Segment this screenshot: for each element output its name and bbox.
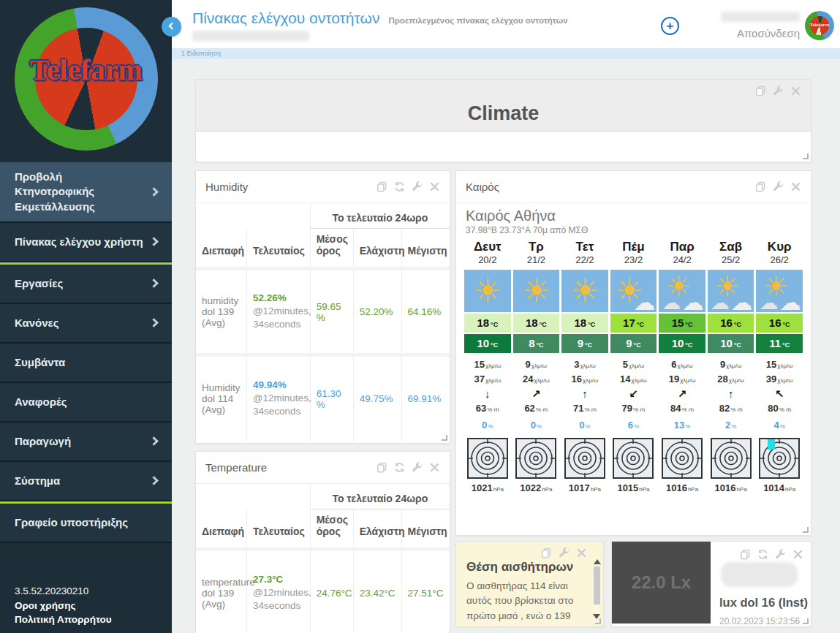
refresh-icon[interactable] [394,181,405,192]
sensor-table: Το τελευταίο 24ωροΔιεπαφήΤελευταίοςΜέσος… [196,484,450,633]
wrench-icon[interactable] [559,547,570,558]
sidebar-item-7[interactable]: Σύστημα [0,462,172,501]
wind-gust: 39χλμ/ω [756,372,803,387]
close-icon[interactable] [576,547,587,558]
low-temperature: 9°C [561,334,608,353]
barometer-icon [662,438,703,479]
close-icon[interactable] [790,181,801,192]
table-group-header: Το τελευταίο 24ωρο [310,484,450,509]
scrollbar-thumb[interactable] [594,566,600,604]
sidebar-item-1[interactable]: Πίνακας ελέγχου χρήστη [0,223,172,262]
sidebar-item-8[interactable]: Γραφείο υποστήριξης [0,504,172,543]
wrench-icon[interactable] [412,181,423,192]
version-label: 3.5.52.20230210 [15,584,112,599]
low-temperature: 8°C [513,334,560,353]
pressure-icon-cell [708,438,754,481]
weather-forecast-grid: Δευτ20/2☀18°C10°C15χλμ/ω37χλμ/ω↓63% rh0%… [456,240,811,496]
refresh-icon[interactable] [394,462,405,473]
copy-icon[interactable] [755,86,766,96]
notification-bar[interactable]: 1 Ειδοποίηση [172,48,840,59]
resize-handle[interactable] [803,527,809,533]
close-icon[interactable] [429,181,440,192]
cyan-highlight [768,439,775,450]
barometer-icon [515,438,556,479]
cloud-icon: ☁ [633,292,655,312]
copy-icon[interactable] [541,547,552,558]
close-icon[interactable] [429,462,440,473]
col-max: Μέγιστη [401,509,450,550]
wind-direction-arrow-icon: ↗ [659,387,705,401]
sidebar: Telefarm Προβολή Κτηνοτροφικής Εκμετάλλε… [0,0,172,633]
wrench-icon[interactable] [773,86,784,96]
cell-max: 64.16% [401,269,450,355]
climate-panel-body [196,131,811,162]
barometer-icon [613,438,654,479]
sidebar-item-4[interactable]: Συμβάντα [0,344,172,383]
lux-value-tile: 22.0 Lx [612,542,711,623]
col-avg: Μέσος όρος [310,229,353,269]
cell-min: 49.75% [353,355,401,441]
forecast-day-name: Πέμ [610,240,657,254]
forecast-day-name: Δευτ [464,240,511,254]
copy-icon[interactable] [377,181,387,192]
sidebar-item-label: Συμβάντα [15,355,65,370]
resize-handle[interactable] [595,618,601,624]
sidebar-item-5[interactable]: Αναφορές [0,383,172,422]
close-icon[interactable] [790,86,801,96]
col-interface: Διεπαφή [196,509,246,550]
resize-handle[interactable] [442,435,447,441]
precipitation-probability: 6% [610,420,657,431]
forecast-day-name: Κυρ [756,240,803,254]
col-last: Τελευταίος [246,229,310,269]
humidity-panel: Humidity Το τελευταίο 24ωροΔιεπαφήΤελευτ… [195,170,450,444]
resize-handle[interactable] [803,153,809,159]
weather-panel-title: Καιρός [466,181,499,193]
note-scrollbar[interactable] [592,559,602,619]
logout-link[interactable]: Αποσύνδεση [721,27,800,39]
sidebar-item-2[interactable]: Εργασίες [0,265,172,304]
refresh-icon[interactable] [757,549,768,560]
note-text: Ο αισθητήρας 114 είναι αυτός που βρίσκετ… [466,579,582,627]
sidebar-menu: Προβολή Κτηνοτροφικής ΕκμετάλλευσηςΠίνακ… [0,162,172,543]
terms-link[interactable]: Οροι χρήσης [15,599,112,613]
telefarm-logo: Telefarm [15,7,158,151]
copy-icon[interactable] [755,181,766,192]
chevron-right-icon [149,187,159,197]
forecast-date: 24/2 [659,254,705,265]
sidebar-item-6[interactable]: Παραγωγή [0,422,172,462]
sun-icon: ☀ [464,271,511,311]
wrench-icon[interactable] [775,549,786,560]
copy-icon[interactable] [377,462,387,473]
sun-icon: ☀ [513,271,560,311]
high-temperature: 17°C [610,314,657,333]
precipitation-probability: 0% [561,420,608,431]
sidebar-item-label: Κανόνες [15,316,58,330]
weather-location: Καιρός Αθήνα [466,208,811,224]
sidebar-item-0[interactable]: Προβολή Κτηνοτροφικής Εκμετάλλευσης [0,162,172,223]
barometer-icon [759,438,800,479]
sensor-table: Το τελευταίο 24ωροΔιεπαφήΤελευταίοςΜέσος… [196,203,450,441]
cell-min: 23.42°C [353,550,401,633]
cell-max: 27.51°C [401,550,450,633]
add-dashboard-button[interactable]: + [661,17,679,35]
wind-speed: 9χλμ/ω [708,357,754,372]
wrench-icon[interactable] [773,181,784,192]
wrench-icon[interactable] [412,462,423,473]
dashboard-content: Climate Humidity Το τελευταίο 24ωροΔιεπα… [172,59,840,633]
sidebar-collapse-button[interactable] [162,17,181,37]
cell-interface: humidity dol 139 (Avg) [196,269,246,355]
copy-icon[interactable] [740,549,751,560]
sidebar-item-3[interactable]: Κανόνες [0,304,172,344]
sidebar-item-label: Παραγωγή [15,434,71,449]
scroll-up-icon[interactable] [594,559,601,564]
col-min: Ελάχιστη [353,229,401,269]
sidebar-item-label: Εργασίες [15,276,63,291]
precipitation-probability: 2% [708,420,754,431]
pressure-icon-cell [513,438,560,481]
resize-handle[interactable] [803,618,809,624]
close-icon[interactable] [792,549,803,560]
forecast-date: 26/2 [756,254,803,265]
weather-coordinates: 37.98°B 23.73°A 70μ από ΜΣΘ [466,225,811,235]
pressure-icon-cell [610,438,657,481]
privacy-link[interactable]: Πολιτική Απορρήτου [15,613,112,627]
